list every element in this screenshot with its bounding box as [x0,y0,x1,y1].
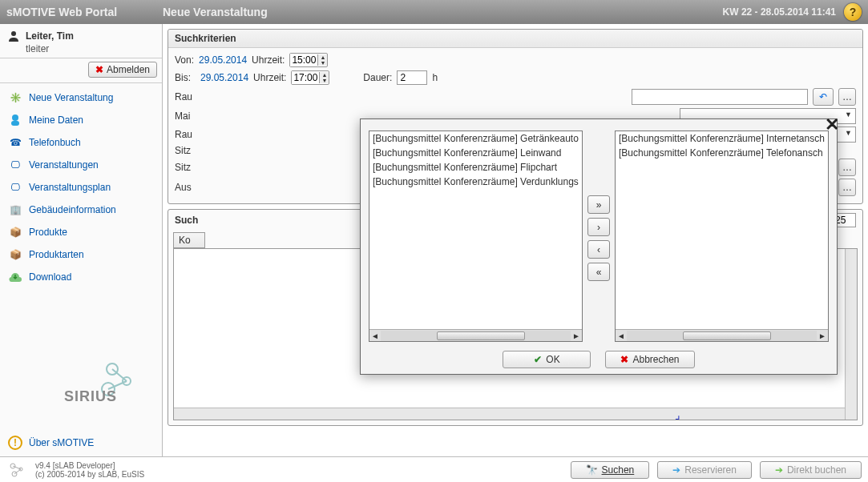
close-icon: ✖ [620,354,628,365]
nav-veranstaltungsplan[interactable]: 🖵Veranstaltungsplan [0,176,162,199]
binoculars-icon: 🔭 [586,464,598,476]
phone-icon: ☎ [8,135,22,150]
down-arrow-icon[interactable]: ▼ [317,60,327,66]
nav-download[interactable]: Download [0,266,162,288]
building-icon: 🏢 [8,203,22,217]
nav-telefonbuch[interactable]: ☎Telefonbuch [0,131,162,154]
reserve-button[interactable]: ➔Reservieren [657,461,752,479]
von-date[interactable]: 29.05.2014 [199,54,247,66]
dauer-label: Dauer: [363,72,392,83]
dauer-unit: h [432,72,438,83]
svg-rect-2 [11,121,19,126]
sparkle-icon: ✳️ [8,90,22,105]
logout-label: Abmelden [107,64,150,75]
nav-produkte[interactable]: 📦Produkte [0,221,162,243]
horizontal-scrollbar[interactable]: ◄► [616,329,828,341]
nav-meine-daten[interactable]: Meine Daten [0,109,162,131]
products-icon: 📦 [8,225,22,239]
search-button[interactable]: 🔭Suchen [571,461,650,479]
about-link[interactable]: ! Über sMOTIVE [0,429,162,456]
page-title: Neue Veranstaltung [163,6,268,18]
list-item[interactable]: [Buchungsmittel Konferenzräume] Internet… [616,131,828,146]
bis-label: Bis: [175,72,196,83]
info-icon: ! [8,436,22,450]
user-icon [6,29,21,43]
list-item[interactable]: [Buchungsmittel Konferenzräume] Getränke… [369,131,582,146]
help-icon[interactable]: ? [844,3,862,21]
svg-point-0 [11,31,16,36]
arrow-right-icon: ➔ [672,464,680,476]
more-button[interactable]: … [838,159,856,176]
nav-neue-veranstaltung[interactable]: ✳️Neue Veranstaltung [0,86,162,109]
up-arrow-icon[interactable]: ▲ [319,72,329,78]
move-all-right-button[interactable]: » [587,195,610,214]
von-time-input[interactable] [290,54,317,66]
sirius-logo: SIRIUS [0,341,162,429]
product-types-icon: 📦 [8,247,22,262]
svg-point-1 [12,114,18,121]
available-listbox[interactable]: [Buchungsmittel Konferenzräume] Getränke… [369,131,583,342]
horizontal-scrollbar[interactable] [174,408,845,420]
revert-button[interactable]: ↶ [813,88,834,106]
down-arrow-icon[interactable]: ▼ [319,78,329,83]
list-item[interactable]: [Buchungsmittel Konferenzräume] Telefona… [616,146,828,160]
results-header: Such [175,215,198,226]
uhrzeit-label-1: Uhrzeit: [252,54,285,66]
up-arrow-icon[interactable]: ▲ [317,54,327,60]
version-text: v9.4 [sLAB Developer] [35,461,144,470]
vertical-scrollbar[interactable] [845,249,857,420]
bis-date[interactable]: 29.05.2014 [200,72,248,83]
direct-book-button[interactable]: ➔Direkt buchen [760,461,862,479]
topbar: sMOTIVE Web Portal Neue Veranstaltung KW… [0,0,868,24]
horizontal-scrollbar[interactable]: ◄► [369,329,582,341]
ko-header: Ko [173,232,205,248]
calendar-icon: 🖵 [8,180,22,195]
resize-handle-icon[interactable]: ⌟ [675,408,680,421]
von-time-spinner[interactable]: ▲▼ [289,53,328,67]
sidebar: Leiter, Tim tleiter ✖ Abmelden ✳️Neue Ve… [0,24,163,456]
list-item[interactable]: [Buchungsmittel Konferenzräume] Flipchar… [369,160,582,175]
nav-veranstaltungen[interactable]: 🖵Veranstaltungen [0,154,162,176]
user-login: tleiter [6,43,155,54]
projector-icon: 🖵 [8,158,22,172]
check-icon: ✔ [534,354,542,365]
nav-produktarten[interactable]: 📦Produktarten [0,243,162,266]
sirius-mini-icon [6,461,27,479]
svg-text:SIRIUS: SIRIUS [64,388,117,404]
list-item[interactable]: [Buchungsmittel Konferenzräume] Verdunkl… [369,175,582,189]
move-left-button[interactable]: ‹ [587,240,610,259]
bis-time-spinner[interactable]: ▲▼ [291,70,329,85]
user-name: Leiter, Tim [26,30,74,42]
dauer-input[interactable] [397,70,427,85]
topbar-date: KW 22 - 28.05.2014 11:41 [723,6,836,18]
copyright-text: (c) 2005-2014 by sLAB, EuSIS [35,470,144,479]
move-all-left-button[interactable]: « [587,263,610,281]
bottombar: v9.4 [sLAB Developer] (c) 2005-2014 by s… [0,456,868,482]
selection-dialog: ✕ [Buchungsmittel Konferenzräume] Geträn… [360,118,838,375]
selected-listbox[interactable]: [Buchungsmittel Konferenzräume] Internet… [615,131,829,342]
logout-button[interactable]: ✖ Abmelden [88,62,157,78]
more-button[interactable]: … [838,179,856,196]
cancel-button[interactable]: ✖Abbrechen [605,351,694,368]
download-icon [8,270,22,284]
field-0[interactable] [632,89,808,105]
uhrzeit-label-2: Uhrzeit: [253,72,286,83]
nav-gebaeudeinformation[interactable]: 🏢Gebäudeinformation [0,199,162,221]
close-icon: ✖ [95,64,103,75]
ok-button[interactable]: ✔OK [503,351,591,368]
bis-time-input[interactable] [292,71,319,84]
criteria-header: Suchkriterien [168,30,862,48]
arrow-right-icon: ➔ [775,464,783,476]
move-right-button[interactable]: › [587,218,610,236]
von-label: Von: [175,54,194,66]
list-item[interactable]: [Buchungsmittel Konferenzräume] Leinwand [369,146,582,160]
app-title: sMOTIVE Web Portal [6,6,163,18]
more-button[interactable]: … [838,88,856,106]
person-icon [8,113,22,127]
